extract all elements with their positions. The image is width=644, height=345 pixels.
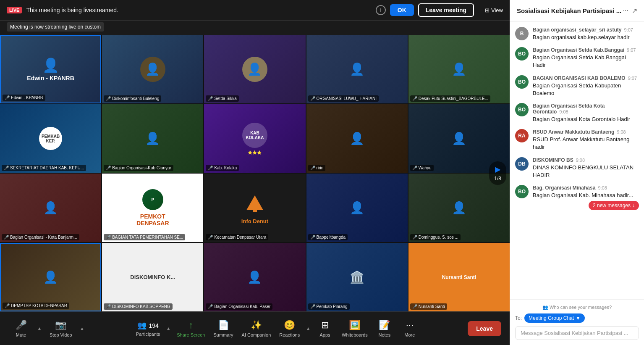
ai-icon: ✨ xyxy=(251,320,262,331)
chat-actions: ··· ↗ xyxy=(623,7,637,15)
pop-out-icon[interactable]: ↗ xyxy=(632,7,637,15)
more-options-icon[interactable]: ··· xyxy=(623,7,628,15)
live-text: This meeting is being livestreamed. xyxy=(26,7,371,13)
participants-icon: 👥 194 xyxy=(137,321,158,330)
video-cell[interactable]: 👤 🎤Diskominfosanti Buleleng xyxy=(102,35,203,103)
participant-label: 🎤DPMPTSP KOTA DENPASAR xyxy=(3,303,69,309)
participant-label: 🎤Diskominfosanti Buleleng xyxy=(104,95,161,102)
stop-video-button[interactable]: 📷 Stop Video xyxy=(45,317,76,340)
participant-label: 🎤BAGIAN TATA PEMERINTAHAN SE... xyxy=(104,234,185,240)
video-cell[interactable]: 👤 Edwin - KPANRB 🎤Edwin - KPANRB xyxy=(0,35,101,103)
chat-message: RA RSUD Anwar Makkatutu Bantaeng9:08 RSU… xyxy=(515,129,639,151)
video-cell[interactable]: KABKOLAKA ⭐⭐⭐ 🎤Kab. Kolaka xyxy=(204,104,305,173)
participant-label: 🎤Pemkab Pinrang xyxy=(308,303,350,310)
main-area: LIVE This meeting is being livestreamed.… xyxy=(0,0,510,345)
grid-icon: ⊞ xyxy=(485,7,490,13)
whiteboards-button[interactable]: 🖼️ Whiteboards xyxy=(338,317,372,340)
toolbar-center: 👥 194 Participants ▲ ↑ Share Screen 📄 Su… xyxy=(132,317,422,340)
more-button[interactable]: ··· More xyxy=(397,317,422,340)
more-icon: ··· xyxy=(406,320,414,331)
live-banner: LIVE This meeting is being livestreamed.… xyxy=(0,0,510,21)
info-icon[interactable]: i xyxy=(376,5,386,15)
ai-companion-label: AI Companion xyxy=(242,332,271,337)
new-messages-badge[interactable]: 2 new messages ↓ xyxy=(589,201,639,210)
message-sender: Bagian Organisasi Setda Kab.Banggai9:07 xyxy=(533,47,639,53)
toolbar-right: Leave xyxy=(468,321,501,336)
participant-label: 🎤Bappelitbangda xyxy=(308,234,348,240)
chat-message: BO Bag. Organisasi Minahasa9:08 Bagian O… xyxy=(515,185,639,210)
whiteboards-label: Whiteboards xyxy=(342,332,368,337)
message-content: Bag. Organisasi Minahasa9:08 Bagian Orga… xyxy=(533,185,639,210)
share-screen-label: Share Screen xyxy=(177,332,205,337)
participant-label: 🎤Dominggus, S. sos ... xyxy=(410,234,461,240)
chat-message: BO BAGIAN ORGANISASI KAB BOALEMO9:07 Bag… xyxy=(515,75,639,97)
video-cell[interactable]: P PEMKOTDENPASAR 🎤BAGIAN TATA PEMERINTAH… xyxy=(102,174,203,242)
video-cell[interactable]: 👤 🎤Bagian Organisasi - Kota Banjarm... xyxy=(0,174,101,242)
video-cell[interactable]: 👤 🎤Bagian Organisasi Kab. Paser xyxy=(204,243,305,311)
apps-button[interactable]: ⊞ Apps xyxy=(312,317,338,340)
view-button[interactable]: ⊞ View xyxy=(485,7,503,13)
message-text: RSUD Prof. Anwar Makkatutu Bantaeng hadi… xyxy=(533,136,639,151)
participant-label: 🎤Nursanti Santi xyxy=(410,303,447,310)
summary-button[interactable]: 📄 Summary xyxy=(209,317,237,340)
participants-button[interactable]: 👥 194 Participants xyxy=(132,318,164,339)
mute-button[interactable]: 🎤 Mute xyxy=(8,317,34,340)
video-chevron[interactable]: ▲ xyxy=(78,324,86,333)
avatar: DB xyxy=(515,157,529,171)
video-cell[interactable]: 👤 🎤DPMPTSP KOTA DENPASAR xyxy=(0,243,101,311)
chat-title: Sosialisasi Kebijakan Partisipasi ... xyxy=(517,7,623,14)
message-content: RSUD Anwar Makkatutu Bantaeng9:08 RSUD P… xyxy=(533,129,639,151)
notes-icon: 📝 xyxy=(379,320,390,331)
reactions-button[interactable]: 😊 Reactions xyxy=(275,317,304,340)
who-can-see-text: 👥 Who can see your messages? xyxy=(515,305,639,310)
chevron-down-icon: ▼ xyxy=(576,315,581,321)
video-cell[interactable]: 👤 🎤ORGANISASI LUWU_ HARIANI xyxy=(306,35,408,103)
page-indicator: ▶ 1/8 xyxy=(489,161,506,185)
video-cell[interactable]: Info Denut 🎤Kecamatan Denpasar Utara xyxy=(204,174,305,242)
toolbar: 🎤 Mute ▲ 📷 Stop Video ▲ 👥 194 Participan… xyxy=(0,311,510,345)
video-cell[interactable]: 👤 🎤Desak Putu Suastini_BAGORBULE... xyxy=(408,35,510,103)
ai-companion-button[interactable]: ✨ AI Companion xyxy=(238,317,275,340)
leave-meeting-button[interactable]: Leave meeting xyxy=(418,3,474,17)
video-cell[interactable]: DISKOMINFO K... 🎤DISKOMINFO KAB.SOPPENG xyxy=(102,243,203,311)
video-cell[interactable]: 👤 🎤Bappelitbangda xyxy=(306,174,408,242)
reactions-chevron[interactable]: ▲ xyxy=(304,324,312,333)
video-cell[interactable]: 👤 🎤ririn xyxy=(306,104,408,173)
video-cell[interactable]: PEMKABKEP. 🎤SEKRETARIAT DAERAH KAB. KEPU… xyxy=(0,104,101,173)
message-text: Bagian Organisasi Kab. Minahasa hadir... xyxy=(533,192,639,199)
video-cell[interactable]: 👤 🎤Setda Sikka xyxy=(204,35,305,103)
chat-footer: 👥 Who can see your messages? To: Meeting… xyxy=(510,299,644,345)
participant-label: 🎤DISKOMINFO KAB.SOPPENG xyxy=(104,303,172,310)
avatar: RA xyxy=(515,129,529,142)
summary-label: Summary xyxy=(213,332,233,337)
notes-button[interactable]: 📝 Notes xyxy=(372,317,397,340)
video-cell[interactable]: Nursanti Santi 🎤Nursanti Santi xyxy=(408,243,510,311)
chat-to-select[interactable]: Meeting Group Chat ▼ xyxy=(524,313,585,323)
participant-label: 🎤ORGANISASI LUWU_ HARIANI xyxy=(308,95,379,102)
mute-chevron[interactable]: ▲ xyxy=(35,324,44,333)
avatar: B xyxy=(515,27,529,40)
message-sender: Bagian organisasi_selayar_sri astuty9:07 xyxy=(533,27,639,33)
leave-button[interactable]: Leave xyxy=(468,321,501,336)
chat-message: DB DISKOMINFO BS9:08 DINAS KOMINFO BENGK… xyxy=(515,157,639,179)
chat-messages: B Bagian organisasi_selayar_sri astuty9:… xyxy=(510,22,644,299)
message-sender: Bag. Organisasi Minahasa9:08 xyxy=(533,185,639,191)
avatar: BO xyxy=(515,185,529,198)
message-content: BAGIAN ORGANISASI KAB BOALEMO9:07 Bagian… xyxy=(533,75,639,97)
chat-to-label: To: xyxy=(515,315,522,321)
video-cell[interactable]: 👤 🎤Bagian Organisasi-Kab Gianyar xyxy=(102,104,203,173)
participants-chevron[interactable]: ▲ xyxy=(164,324,173,333)
message-content: Bagian organisasi_selayar_sri astuty9:07… xyxy=(533,27,639,41)
notes-label: Notes xyxy=(378,332,390,337)
video-cell[interactable]: 🏛️ 🎤Pemkab Pinrang xyxy=(306,243,408,311)
chat-input[interactable]: Message Sosialisasi Kebijakan Partisipas… xyxy=(515,326,639,340)
message-text: Bagian Organisasi Setda Kab.Banggai Hadi… xyxy=(533,54,639,69)
ok-button[interactable]: OK xyxy=(390,4,414,16)
share-screen-button[interactable]: ↑ Share Screen xyxy=(173,317,209,340)
avatar: BO xyxy=(515,75,529,89)
participant-label: 🎤Kab. Kolaka xyxy=(206,165,239,171)
participant-label: 🎤Edwin - KPANRB xyxy=(3,95,45,101)
next-page-button[interactable]: ▶ xyxy=(495,165,501,174)
participant-label: 🎤Bagian Organisasi Kab. Paser xyxy=(206,303,272,310)
mute-label: Mute xyxy=(16,332,26,337)
